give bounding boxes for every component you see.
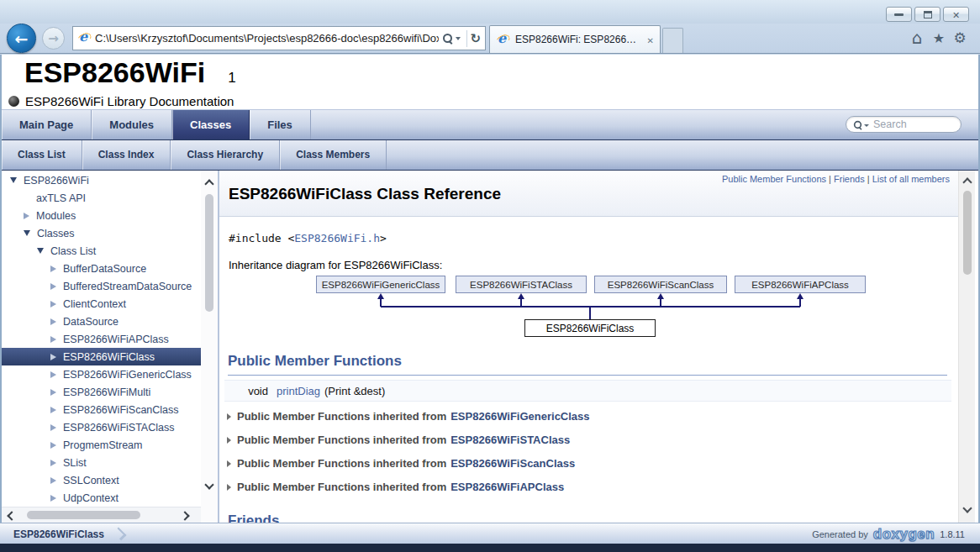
search-box-dropdown-icon[interactable]: [864, 124, 869, 127]
tab-close-icon[interactable]: [647, 32, 654, 47]
tree-right-triangle-icon[interactable]: [50, 371, 56, 378]
sidebar-item-bufferedstreamdatasource[interactable]: BufferedStreamDataSource: [2, 277, 201, 295]
tree-right-triangle-icon[interactable]: [50, 442, 56, 449]
sidebar-item-clientcontext[interactable]: ClientContext: [2, 295, 201, 313]
tree-right-triangle-icon[interactable]: [50, 265, 56, 272]
inherited-section-esp8266wifiapclass[interactable]: Public Member Functions inherited fromES…: [227, 480, 564, 494]
subtab-class-members[interactable]: Class Members: [280, 140, 387, 170]
sidebar-item-classes[interactable]: Classes: [2, 224, 201, 242]
content-scroll-thumb[interactable]: [963, 191, 972, 275]
sidebar-hscroll-thumb[interactable]: [27, 511, 140, 519]
summary-link-friends[interactable]: Friends: [834, 174, 865, 184]
tree-right-triangle-icon[interactable]: [50, 389, 56, 396]
sidebar-item-datasource[interactable]: DataSource: [2, 313, 201, 330]
inherited-class-link[interactable]: ESP8266WiFiSTAClass: [450, 434, 570, 446]
diagram-box-esp8266wifigenericclass[interactable]: ESP8266WiFiGenericClass: [316, 276, 445, 293]
tree-right-triangle-icon[interactable]: [50, 495, 56, 502]
home-icon[interactable]: [908, 29, 926, 47]
doxygen-logo[interactable]: doxygen: [873, 526, 935, 543]
favorites-icon[interactable]: [930, 29, 948, 47]
sidebar-item-progmemstream[interactable]: ProgmemStream: [2, 436, 201, 454]
tree-right-triangle-icon[interactable]: [50, 301, 56, 308]
inherited-section-esp8266wifistaclass[interactable]: Public Member Functions inherited fromES…: [227, 433, 570, 447]
content-vertical-scrollbar[interactable]: [958, 171, 975, 523]
inherited-class-link[interactable]: ESP8266WiFiGenericClass: [450, 410, 589, 423]
summary-link-list-of-all-members[interactable]: List of all members: [872, 174, 950, 184]
sidebar-item-slist[interactable]: SList: [2, 454, 201, 471]
member-name-link[interactable]: printDiag: [277, 385, 320, 397]
address-bar[interactable]: [72, 26, 486, 50]
sidebar-scroll-thumb[interactable]: [205, 194, 213, 312]
expand-triangle-icon[interactable]: [227, 413, 231, 420]
new-tab-button[interactable]: [662, 28, 683, 53]
diagram-box-esp8266wifistaclass[interactable]: ESP8266WiFiSTAClass: [456, 276, 587, 293]
content-scroll-down-icon[interactable]: [962, 503, 972, 513]
inherited-class-link[interactable]: ESP8266WiFiScanClass: [450, 457, 575, 470]
tab-main-page[interactable]: Main Page: [2, 110, 92, 139]
tree-right-triangle-icon[interactable]: [50, 477, 56, 484]
scroll-up-icon[interactable]: [204, 179, 213, 188]
tree-right-triangle-icon[interactable]: [50, 318, 56, 325]
sidebar-item-esp8266wifiscanclass[interactable]: ESP8266WiFiScanClass: [2, 401, 201, 418]
sidebar-item-class-list[interactable]: Class List: [2, 242, 201, 260]
diagram-box-esp8266wifiscanclass[interactable]: ESP8266WiFiScanClass: [594, 276, 727, 293]
search-input[interactable]: [872, 118, 955, 131]
sidebar-item-axtls-api[interactable]: axTLS API: [2, 189, 201, 207]
expand-triangle-icon[interactable]: [227, 484, 231, 491]
close-button[interactable]: [943, 7, 969, 22]
sidebar-item-esp8266wifimulti[interactable]: ESP8266WiFiMulti: [2, 383, 201, 401]
address-input[interactable]: [92, 32, 442, 45]
back-button[interactable]: [7, 24, 36, 53]
sidebar-item-esp8266wifigenericclass[interactable]: ESP8266WiFiGenericClass: [2, 365, 201, 383]
settings-icon[interactable]: [951, 29, 969, 47]
sidebar-vertical-scrollbar[interactable]: [201, 171, 218, 523]
scroll-left-icon[interactable]: [7, 511, 16, 520]
sidebar-horizontal-scrollbar[interactable]: [2, 507, 201, 523]
browser-tab[interactable]: ESP8266WiFi: ESP8266WiFi...: [489, 25, 661, 53]
tree-right-triangle-icon[interactable]: [50, 336, 56, 343]
tree-right-triangle-icon[interactable]: [50, 354, 56, 360]
sidebar-item-modules[interactable]: Modules: [2, 207, 201, 224]
diagram-box-esp8266wifiapclass[interactable]: ESP8266WiFiAPClass: [735, 276, 866, 293]
tree-right-triangle-icon[interactable]: [24, 213, 29, 219]
tree-down-triangle-icon[interactable]: [10, 177, 17, 183]
sidebar-item-esp8266wificlass[interactable]: ESP8266WiFiClass: [2, 348, 201, 365]
tab-modules[interactable]: Modules: [92, 110, 172, 139]
summary-link-public-member-functions[interactable]: Public Member Functions: [722, 174, 826, 184]
inherited-section-esp8266wifigenericclass[interactable]: Public Member Functions inherited fromES…: [227, 409, 590, 423]
subtab-class-index[interactable]: Class Index: [82, 140, 171, 170]
tree-down-triangle-icon[interactable]: [24, 230, 30, 236]
tree-right-triangle-icon[interactable]: [50, 460, 56, 466]
sidebar-item-esp8266wifistaclass[interactable]: ESP8266WiFiSTAClass: [2, 418, 201, 436]
minimize-button[interactable]: [886, 7, 912, 22]
diagram-box-esp8266wificlass: ESP8266WiFiClass: [524, 319, 656, 337]
sidebar-item-bufferdatasource[interactable]: BufferDataSource: [2, 260, 201, 277]
subtab-class-hierarchy[interactable]: Class Hierarchy: [171, 140, 280, 170]
tree-right-triangle-icon[interactable]: [50, 407, 56, 413]
search-icon[interactable]: [442, 33, 453, 44]
expand-triangle-icon[interactable]: [227, 437, 231, 444]
breadcrumb[interactable]: ESP8266WiFiClass: [13, 523, 124, 544]
refresh-icon[interactable]: [470, 31, 481, 46]
sidebar-item-esp8266wifiapclass[interactable]: ESP8266WiFiAPClass: [2, 330, 201, 348]
include-file-link[interactable]: ESP8266WiFi.h: [294, 232, 380, 244]
tab-files[interactable]: Files: [250, 110, 311, 139]
search-box[interactable]: [846, 116, 962, 133]
inherited-section-esp8266wifiscanclass[interactable]: Public Member Functions inherited fromES…: [227, 456, 575, 471]
sidebar-item-esp8266wifi[interactable]: ESP8266WiFi: [2, 171, 201, 189]
subtab-class-list[interactable]: Class List: [2, 140, 82, 170]
scroll-down-icon[interactable]: [204, 480, 213, 489]
inherited-class-link[interactable]: ESP8266WiFiAPClass: [450, 481, 564, 493]
maximize-button[interactable]: [914, 7, 940, 22]
tree-down-triangle-icon[interactable]: [37, 248, 44, 254]
sidebar-item-sslcontext[interactable]: SSLContext: [2, 471, 201, 489]
tree-right-triangle-icon[interactable]: [50, 424, 56, 431]
sidebar-item-udpcontext[interactable]: UdpContext: [2, 489, 201, 507]
content-scroll-up-icon[interactable]: [962, 177, 972, 187]
tab-classes[interactable]: Classes: [172, 110, 250, 139]
forward-button[interactable]: [42, 27, 65, 50]
expand-triangle-icon[interactable]: [227, 460, 231, 467]
tree-right-triangle-icon[interactable]: [50, 283, 56, 290]
address-dropdown-icon[interactable]: [456, 37, 461, 40]
scroll-right-icon[interactable]: [180, 511, 189, 520]
